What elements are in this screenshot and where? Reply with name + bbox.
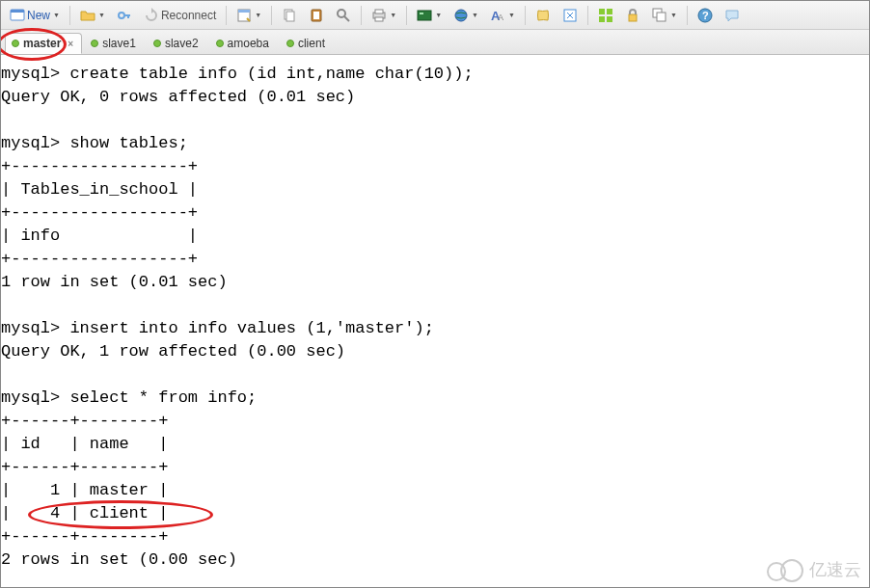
svg-rect-11 xyxy=(375,10,383,13)
svg-rect-12 xyxy=(375,17,383,21)
copy-button[interactable] xyxy=(277,5,302,26)
separator xyxy=(361,6,362,25)
terminal-output[interactable]: mysql> create table info (id int,name ch… xyxy=(1,55,869,572)
watermark-text: 亿速云 xyxy=(809,558,861,581)
help-button[interactable]: ? xyxy=(693,5,718,26)
separator xyxy=(69,6,70,25)
help-icon: ? xyxy=(697,8,713,23)
chat-icon xyxy=(724,8,740,23)
lock-button[interactable] xyxy=(620,5,645,26)
tab-label: master xyxy=(23,37,61,50)
svg-rect-4 xyxy=(238,10,250,13)
reconnect-button[interactable]: Reconnect xyxy=(139,5,221,26)
svg-rect-19 xyxy=(599,9,605,14)
chevron-down-icon: ▼ xyxy=(53,12,60,18)
tile-button[interactable] xyxy=(593,5,618,26)
key-button[interactable] xyxy=(112,5,137,26)
tab-amoeba[interactable]: amoeba xyxy=(209,33,278,54)
open-button[interactable]: ▼ xyxy=(75,5,110,26)
svg-rect-8 xyxy=(313,12,319,19)
lock-icon xyxy=(625,8,640,23)
close-icon[interactable]: × xyxy=(68,39,73,49)
svg-rect-22 xyxy=(607,16,612,22)
paste-button[interactable] xyxy=(304,5,329,26)
chevron-down-icon: ▼ xyxy=(472,12,478,18)
cascade-button[interactable]: ▼ xyxy=(647,5,682,26)
tab-label: slave2 xyxy=(165,37,199,50)
separator xyxy=(587,6,588,25)
font-icon: AA xyxy=(490,8,505,23)
svg-text:A: A xyxy=(498,13,503,22)
svg-point-15 xyxy=(455,10,467,21)
session-tabbar: master × slave1 slave2 amoeba client xyxy=(1,30,869,55)
color-scheme-icon xyxy=(417,8,432,23)
separator xyxy=(226,6,227,25)
tile-icon xyxy=(598,8,613,23)
tools-button[interactable] xyxy=(557,5,583,26)
properties-button[interactable]: ▼ xyxy=(231,5,266,26)
paste-icon xyxy=(309,8,324,23)
svg-rect-25 xyxy=(657,13,666,21)
search-button[interactable] xyxy=(331,5,356,26)
new-session-button[interactable]: New ▼ xyxy=(5,5,65,26)
tab-label: client xyxy=(298,37,325,50)
tab-client[interactable]: client xyxy=(280,33,334,54)
chevron-down-icon: ▼ xyxy=(670,12,677,18)
terminal-icon xyxy=(10,8,25,23)
svg-rect-6 xyxy=(286,12,294,21)
separator xyxy=(687,6,688,25)
separator xyxy=(406,6,407,25)
cascade-icon xyxy=(652,8,667,23)
status-dot-icon xyxy=(286,40,294,47)
font-button[interactable]: AA ▼ xyxy=(485,5,520,26)
print-button[interactable]: ▼ xyxy=(367,5,401,26)
tab-master[interactable]: master × xyxy=(5,33,82,54)
svg-text:?: ? xyxy=(702,10,709,21)
watermark: 亿速云 xyxy=(767,558,861,581)
new-label: New xyxy=(27,9,50,22)
svg-rect-20 xyxy=(607,9,612,14)
chevron-down-icon: ▼ xyxy=(255,12,261,18)
svg-rect-1 xyxy=(11,10,24,13)
reconnect-icon xyxy=(144,8,159,23)
chat-button[interactable] xyxy=(720,5,745,26)
script-button[interactable] xyxy=(530,5,556,26)
status-dot-icon xyxy=(216,40,224,47)
watermark-logo-icon xyxy=(767,559,803,580)
tab-label: amoeba xyxy=(228,37,269,50)
globe-icon xyxy=(453,8,469,23)
main-toolbar: New ▼ ▼ Reconnect ▼ xyxy=(1,1,869,30)
chevron-down-icon: ▼ xyxy=(508,12,515,18)
chevron-down-icon: ▼ xyxy=(390,12,396,18)
separator xyxy=(525,6,526,25)
separator xyxy=(271,6,272,25)
svg-point-9 xyxy=(338,10,345,17)
globe-button[interactable]: ▼ xyxy=(449,5,483,26)
copy-icon xyxy=(282,8,297,23)
chevron-down-icon: ▼ xyxy=(435,12,442,18)
key-icon xyxy=(117,8,132,23)
status-dot-icon xyxy=(12,40,19,47)
reconnect-label: Reconnect xyxy=(161,9,216,22)
script-icon xyxy=(535,8,551,23)
tab-slave2[interactable]: slave2 xyxy=(147,33,207,54)
svg-point-2 xyxy=(119,13,124,18)
svg-rect-23 xyxy=(629,14,637,21)
status-dot-icon xyxy=(153,40,161,47)
svg-rect-13 xyxy=(418,11,431,20)
color-button[interactable]: ▼ xyxy=(412,5,447,26)
svg-rect-14 xyxy=(420,13,423,14)
tab-label: slave1 xyxy=(102,37,136,50)
folder-open-icon xyxy=(80,8,95,23)
chevron-down-icon: ▼ xyxy=(98,12,105,18)
properties-icon xyxy=(236,8,252,23)
svg-rect-21 xyxy=(599,16,605,22)
search-icon xyxy=(336,8,351,23)
tools-icon xyxy=(562,8,578,23)
status-dot-icon xyxy=(91,40,98,47)
print-icon xyxy=(371,8,387,23)
tab-slave1[interactable]: slave1 xyxy=(84,33,145,54)
